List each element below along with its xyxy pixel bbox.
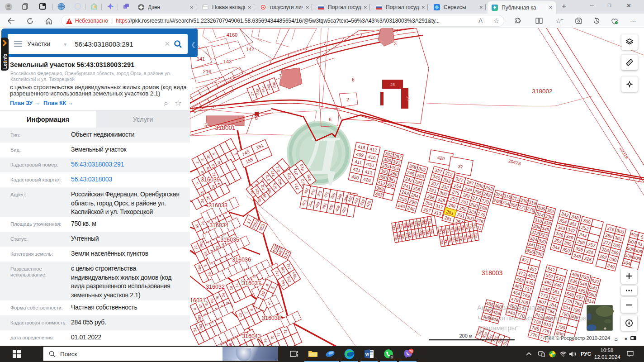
svg-text:18: 18	[229, 286, 234, 290]
svg-text:316039: 316039	[201, 176, 220, 183]
svg-text:264: 264	[197, 265, 202, 272]
svg-text:243: 243	[267, 84, 271, 90]
svg-text:316037: 316037	[242, 280, 261, 286]
svg-text:6: 6	[352, 77, 355, 82]
svg-text:10: 10	[206, 195, 210, 200]
svg-text:77: 77	[277, 332, 281, 337]
svg-text:22: 22	[194, 245, 199, 249]
svg-text:439: 439	[471, 233, 474, 239]
svg-text:4160: 4160	[227, 32, 237, 38]
svg-text:"Параметры": "Параметры"	[478, 324, 519, 332]
svg-text:141: 141	[197, 56, 205, 62]
svg-text:470: 470	[440, 239, 444, 244]
svg-text:242: 242	[261, 86, 265, 92]
svg-text:250: 250	[199, 241, 204, 248]
svg-text:316036: 316036	[232, 257, 251, 263]
svg-text:316034: 316034	[209, 222, 228, 229]
svg-text:458: 458	[446, 228, 450, 233]
svg-text:316033: 316033	[208, 202, 227, 209]
svg-text:142: 142	[246, 47, 254, 52]
svg-text:456: 456	[461, 225, 465, 230]
svg-text:24: 24	[222, 293, 226, 297]
svg-text:75: 75	[216, 295, 220, 300]
svg-text:ПКК © Росреестр 2010-2024: ПКК © Росреестр 2010-2024	[545, 335, 610, 341]
svg-text:Актуализация выполнена: Актуализация выполнена	[477, 304, 558, 311]
svg-text:316031: 316031	[190, 297, 206, 304]
svg-text:79: 79	[264, 338, 268, 343]
svg-text:24: 24	[193, 327, 198, 332]
svg-text:24: 24	[405, 96, 411, 101]
svg-text:200 м: 200 м	[459, 333, 473, 338]
svg-text:481: 481	[455, 236, 459, 242]
svg-text:71: 71	[284, 329, 288, 334]
svg-text:216: 216	[203, 69, 211, 74]
svg-text:✦: ✦	[624, 336, 628, 342]
svg-text:65: 65	[195, 224, 199, 228]
svg-text:8: 8	[255, 116, 258, 121]
svg-text:34: 34	[200, 198, 205, 203]
svg-text:17: 17	[250, 91, 254, 96]
svg-text:W: W	[365, 352, 369, 357]
svg-text:453: 453	[469, 224, 473, 229]
svg-text:14: 14	[235, 283, 239, 287]
svg-text:456: 456	[473, 223, 476, 229]
svg-text:478: 478	[439, 229, 442, 234]
svg-text:462: 462	[448, 238, 452, 243]
svg-text:316043: 316043	[242, 333, 261, 339]
svg-text:238: 238	[256, 88, 260, 95]
svg-text:3: 3	[390, 355, 393, 359]
svg-text:24: 24	[201, 221, 205, 225]
svg-text:318002: 318002	[532, 88, 552, 95]
svg-text:3: 3	[394, 41, 397, 46]
svg-text:236: 236	[272, 82, 276, 88]
svg-text:6: 6	[329, 117, 331, 122]
svg-text:283: 283	[199, 324, 203, 330]
svg-text:23: 23	[238, 313, 243, 317]
svg-text:69: 69	[210, 298, 214, 303]
svg-text:318003: 318003	[482, 269, 503, 276]
svg-text:67: 67	[199, 304, 203, 308]
svg-text:28: 28	[390, 82, 395, 87]
svg-text:76: 76	[409, 349, 412, 353]
svg-text:2: 2	[346, 97, 349, 102]
svg-text:20: 20	[206, 154, 211, 159]
svg-text:78: 78	[270, 335, 275, 340]
svg-text:283: 283	[197, 314, 202, 321]
svg-text:454: 454	[454, 226, 458, 232]
svg-text:469: 469	[474, 233, 478, 238]
svg-text:469: 469	[463, 235, 467, 240]
svg-text:316038: 316038	[262, 315, 281, 321]
svg-text:Letinfo: Letinfo	[3, 54, 8, 69]
svg-text:⌂: ⌂	[614, 336, 617, 342]
svg-text:Чтобы отписаться, перейдите в: Чтобы отписаться, перейдите в раздел	[478, 314, 601, 322]
svg-text:143: 143	[223, 59, 232, 64]
svg-text:316035: 316035	[220, 237, 239, 243]
svg-text:316032: 316032	[206, 284, 225, 290]
svg-text:7: 7	[279, 74, 282, 79]
